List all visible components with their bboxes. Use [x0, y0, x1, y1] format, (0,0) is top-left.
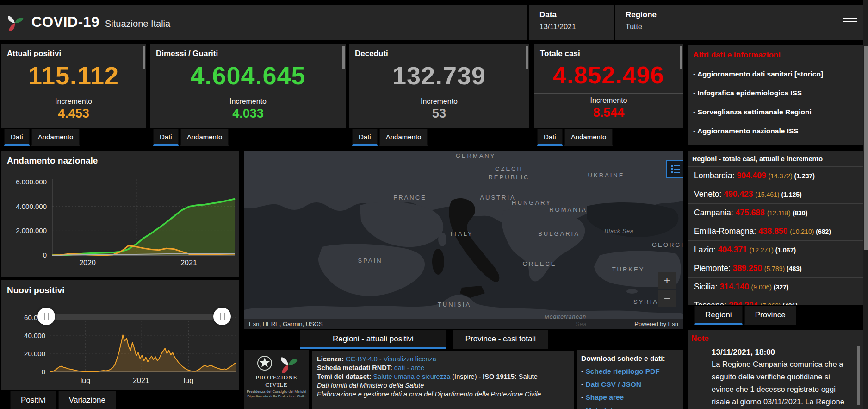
europe-map[interactable]: GERMANYCZECHREPUBLICFRANCEAUSTRIAHUNGARY…: [244, 151, 683, 329]
svg-text:4.000.000: 4.000.000: [16, 202, 47, 210]
map-label: SPAIN: [358, 257, 382, 264]
tab-regioni-attuali-positivi[interactable]: Regioni - attuali positivi: [300, 330, 446, 349]
svg-text:2.000.000: 2.000.000: [16, 227, 47, 234]
slider-handle-right[interactable]: [213, 308, 231, 325]
altri-dati-title: Altri dati e informazioni: [693, 50, 864, 60]
slider-handle-left[interactable]: [37, 308, 55, 325]
tab-andamento[interactable]: Andamento: [379, 129, 428, 146]
region-row[interactable]: Toscana: 294.204 (7.263) (431): [688, 296, 864, 305]
svg-text:2021: 2021: [133, 377, 149, 384]
note-date: 13/11/2021, 18:00: [712, 348, 850, 357]
zoom-out-button[interactable]: −: [658, 290, 676, 307]
increment-value: 4.453: [1, 107, 146, 121]
map-label: REPUBLIC: [488, 174, 529, 181]
protezione-civile-logo-box: PROTEZIONE CIVILE Presidenza del Consigl…: [244, 350, 309, 409]
license-line-3: Temi del dataset: Salute umana e sicurez…: [317, 372, 574, 381]
card-totale-casi: Totale casi 4.852.496 Incremento 8.544: [534, 44, 683, 128]
layer-list-button[interactable]: [666, 160, 683, 178]
visualizza-licenza-link[interactable]: Visualizza licenza: [384, 355, 436, 363]
time-range-slider[interactable]: [46, 314, 223, 320]
altri-dati-link[interactable]: - Sorveglianza settimanale Regioni: [693, 107, 846, 117]
tab-variazione[interactable]: Variazione: [58, 391, 116, 409]
card-title: Attuali positivi: [1, 44, 146, 58]
tab-dati[interactable]: Dati: [352, 129, 378, 146]
license-line-5: Elaborazione e gestione dati a cura del …: [317, 390, 574, 399]
menu-button[interactable]: [843, 16, 857, 28]
region-selector[interactable]: Regione Tutte: [615, 5, 833, 40]
protezione-civile-emblem-icon: [279, 353, 298, 373]
svg-text:lug: lug: [184, 377, 193, 384]
nuovi-positivi-chart[interactable]: 020.00040.00060.000lug2021lug: [1, 280, 239, 390]
svg-text:6.000.000: 6.000.000: [16, 178, 47, 186]
svg-text:0: 0: [42, 368, 45, 376]
zoom-in-button[interactable]: +: [658, 272, 676, 289]
region-row[interactable]: Veneto: 490.423 (15.461) (1.125): [688, 185, 864, 204]
menu-icon: [843, 18, 857, 19]
card-title: Dimessi / Guariti: [150, 44, 346, 58]
logo-subtitle-1: Presidenza del Consiglio dei Ministri: [244, 390, 309, 394]
region-row[interactable]: Lazio: 404.371 (12.271) (1.067): [688, 241, 864, 259]
map-label: GREECE: [523, 260, 557, 267]
card-value: 4.604.645: [150, 61, 346, 90]
covid-dashboard: COVID-19 Situazione Italia Data 13/11/20…: [0, 0, 868, 409]
increment-label: Incremento: [1, 97, 146, 106]
header: COVID-19 Situazione Italia Data 13/11/20…: [0, 5, 863, 40]
map-label: Black Sea: [604, 228, 633, 234]
chart-title: Andamento nazionale: [1, 151, 239, 166]
region-row[interactable]: Sicilia: 314.140 (9.006) (327): [688, 278, 864, 296]
date-selector[interactable]: Data 13/11/2021: [529, 5, 614, 40]
card-value: 4.852.496: [534, 61, 683, 89]
region-row[interactable]: Piemonte: 389.250 (5.789) (483): [688, 259, 864, 278]
regioni-province-tabs: Regioni Province: [694, 306, 798, 325]
license-line-4: Dati forniti dal Ministero della Salute: [317, 381, 574, 390]
window-scrollbar[interactable]: [863, 0, 868, 409]
tab-province-casi-totali[interactable]: Province - casi totali: [453, 330, 548, 349]
cc-by-link[interactable]: CC-BY-4.0: [346, 355, 378, 363]
app-title: COVID-19: [31, 14, 99, 31]
card-scrollbar[interactable]: [526, 46, 528, 69]
altri-dati-link[interactable]: - Infografica epidemiologica ISS: [693, 88, 846, 98]
tab-andamento[interactable]: Andamento: [564, 129, 613, 146]
map-attribution: Esri, HERE, Garmin, USGS: [249, 321, 323, 327]
download-link[interactable]: - Metadata: [581, 406, 683, 409]
map-label: UKRAINE: [588, 172, 625, 179]
nuovi-positivi-tabs: Positivi Variazione: [10, 391, 118, 409]
nuovi-positivi-panel: Nuovi positivi 020.00040.00060.000lug202…: [1, 280, 239, 390]
tab-dati[interactable]: Dati: [153, 129, 179, 146]
download-link[interactable]: - Shape aree: [581, 393, 683, 402]
divider: [150, 94, 346, 94]
tab-regioni[interactable]: Regioni: [694, 306, 743, 325]
rndt-dati-link[interactable]: dati: [394, 364, 405, 371]
altri-dati-link[interactable]: - Aggiornamento nazionale ISS: [693, 126, 846, 136]
card-scrollbar[interactable]: [680, 46, 682, 69]
card-value: 115.112: [1, 61, 146, 90]
map-label: TUNISIA: [438, 301, 471, 308]
andamento-nazionale-chart[interactable]: 02.000.0004.000.0006.000.00020202021: [1, 165, 239, 277]
note-title: Note: [691, 334, 858, 343]
map-canvas: GERMANYCZECHREPUBLICFRANCEAUSTRIAHUNGARY…: [244, 151, 683, 329]
altri-dati-link[interactable]: - Aggiornamento dati sanitari [storico]: [693, 69, 846, 79]
logo-title: PROTEZIONE CIVILE: [244, 374, 309, 389]
tab-dati[interactable]: Dati: [4, 129, 30, 146]
map-label: CZECH: [495, 165, 523, 172]
download-title: Download schede e dati:: [581, 354, 683, 363]
region-row[interactable]: Emilia-Romagna: 438.850 (10.210) (682): [688, 222, 864, 241]
note-scrollbar[interactable]: [857, 344, 862, 409]
card-scrollbar[interactable]: [342, 46, 345, 69]
tab-andamento[interactable]: Andamento: [180, 129, 229, 146]
download-link[interactable]: - Dati CSV / JSON: [581, 380, 683, 389]
card-scrollbar[interactable]: [143, 46, 145, 69]
rndt-aree-link[interactable]: aree: [411, 364, 424, 371]
salute-umana-link[interactable]: Salute umana e sicurezza: [373, 373, 450, 380]
download-link[interactable]: - Schede riepilogo PDF: [581, 367, 683, 376]
tab-andamento[interactable]: Andamento: [31, 129, 80, 146]
tab-dati[interactable]: Dati: [537, 129, 563, 146]
license-line-2: Scheda metadati RNDT: dati - aree: [317, 364, 574, 372]
tab-province[interactable]: Province: [744, 306, 796, 325]
tab-positivi[interactable]: Positivi: [10, 391, 56, 409]
region-row[interactable]: Lombardia: 904.409 (14.372) (1.237): [688, 167, 864, 185]
map-attribution-bar: Esri, HERE, Garmin, USGS Powered by Esri: [244, 319, 683, 329]
region-row[interactable]: Campania: 475.688 (12.118) (830): [688, 204, 864, 222]
regioni-panel-title: Regioni - totale casi, attuali e increme…: [688, 151, 864, 167]
app-subtitle: Situazione Italia: [105, 19, 170, 29]
